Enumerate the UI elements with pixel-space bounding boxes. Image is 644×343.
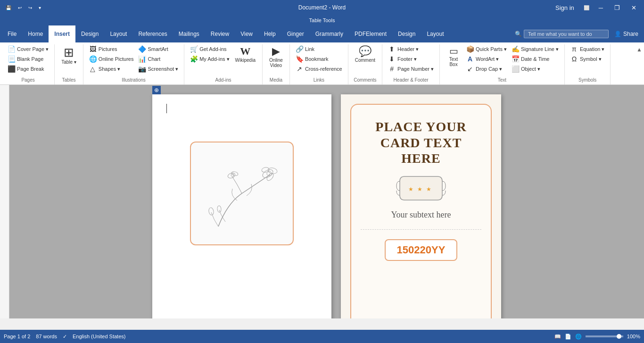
signature-line-button[interactable]: ✍ Signature Line ▾ <box>510 44 561 54</box>
tab-mailings[interactable]: Mailings <box>173 25 205 42</box>
page-2: PLACE YOUR CARD TEXT HERE ★ ★ <box>341 94 501 318</box>
move-handle[interactable]: ⊕ <box>152 86 161 94</box>
link-icon: 🔗 <box>296 45 303 53</box>
wikipedia-button[interactable]: W Wikipedia <box>232 44 258 65</box>
page-break-button[interactable]: ⬛ Page Break <box>6 64 50 74</box>
my-addins-icon: 🧩 <box>190 55 198 63</box>
text-box-button[interactable]: ▭ TextBox <box>444 44 463 69</box>
links-buttons: 🔗 Link 🔖 Bookmark ↗ Cross-reference <box>294 44 344 76</box>
online-pictures-button[interactable]: 🌐 Online Pictures <box>87 54 136 64</box>
undo-qat-button[interactable]: ↩ <box>16 4 24 11</box>
tab-references[interactable]: References <box>132 25 173 42</box>
card-2: PLACE YOUR CARD TEXT HERE ★ ★ <box>350 104 492 318</box>
text-col: 📦 Quick Parts ▾ A WordArt ▾ ↙ Drop Cap ▾ <box>464 44 509 74</box>
word-count: 87 words <box>36 334 57 339</box>
zoom-slider[interactable] <box>586 335 623 337</box>
svg-text:★: ★ <box>417 186 422 192</box>
comment-button[interactable]: 💬 Comment <box>352 44 378 65</box>
quick-parts-button[interactable]: 📦 Quick Parts ▾ <box>464 44 509 54</box>
tab-layout2[interactable]: Layout <box>421 25 449 42</box>
illustrations-col2: 🔷 SmartArt 📊 Chart 📷 Screenshot ▾ <box>136 44 180 74</box>
my-addins-button[interactable]: 🧩 My Add-ins ▾ <box>188 54 231 64</box>
footer-button[interactable]: ⬇ Footer ▾ <box>386 54 436 64</box>
tab-design2[interactable]: Design <box>392 25 421 42</box>
date-time-icon: 📅 <box>512 55 519 63</box>
page-number-button[interactable]: # Page Number ▾ <box>386 64 436 74</box>
scroll-svg: ★ ★ ★ <box>393 174 449 202</box>
tab-insert[interactable]: Insert <box>49 25 75 42</box>
ribbon-group-text: ▭ TextBox 📦 Quick Parts ▾ A WordArt ▾ ↙ … <box>440 44 565 84</box>
equation-button[interactable]: π Equation ▾ <box>569 44 606 54</box>
title-bar: 💾 ↩ ↪ ▾ Document2 - Word Sign in ⬜ ─ ❐ ✕ <box>0 0 644 15</box>
tab-design[interactable]: Design <box>75 25 104 42</box>
svg-point-8 <box>208 207 215 215</box>
tab-view[interactable]: View <box>235 25 258 42</box>
language: English (United States) <box>73 334 126 339</box>
tab-review[interactable]: Review <box>205 25 235 42</box>
table-button[interactable]: ⊞ Table ▾ <box>58 44 79 67</box>
blank-page-button[interactable]: 📃 Blank Page <box>6 54 50 64</box>
object-icon: ⬜ <box>512 65 519 73</box>
tab-layout[interactable]: Layout <box>104 25 132 42</box>
header-button[interactable]: ⬆ Header ▾ <box>386 44 436 54</box>
chart-button[interactable]: 📊 Chart <box>136 54 180 64</box>
ribbon-display-button[interactable]: ⬜ <box>582 4 591 11</box>
text-buttons: ▭ TextBox 📦 Quick Parts ▾ A WordArt ▾ ↙ … <box>444 44 561 76</box>
close-button[interactable]: ✕ <box>627 3 640 12</box>
share-button[interactable]: 👤 Share <box>611 31 642 37</box>
cross-reference-button[interactable]: ↗ Cross-reference <box>294 64 344 74</box>
pictures-button[interactable]: 🖼 Pictures <box>87 44 136 54</box>
text-box-icon: ▭ <box>449 46 458 56</box>
search-box[interactable]: Tell me what you want to do <box>524 30 609 38</box>
table-icon: ⊞ <box>64 46 74 59</box>
pages-buttons: 📄 Cover Page ▾ 📃 Blank Page ⬛ Page Break <box>6 44 50 76</box>
tab-grammarly[interactable]: Grammarly <box>310 25 349 42</box>
shapes-button[interactable]: △ Shapes ▾ <box>87 64 136 74</box>
online-video-button[interactable]: ▶ OnlineVideo <box>266 44 286 70</box>
save-qat-button[interactable]: 💾 <box>4 4 13 11</box>
link-button[interactable]: 🔗 Link <box>294 44 344 54</box>
proofing-icon[interactable]: ✓ <box>63 334 67 340</box>
read-mode-button[interactable]: 📖 <box>554 334 561 340</box>
print-layout-button[interactable]: 📄 <box>565 334 571 340</box>
ribbon-group-header-footer: ⬆ Header ▾ ⬇ Footer ▾ # Page Number ▾ He… <box>382 44 440 84</box>
document-area[interactable]: ⊕ <box>9 85 644 318</box>
bookmark-button[interactable]: 🔖 Bookmark <box>294 54 344 64</box>
cover-page-button[interactable]: 📄 Cover Page ▾ <box>6 44 50 54</box>
tab-ginger[interactable]: Ginger <box>281 25 310 42</box>
tab-home[interactable]: Home <box>22 25 49 42</box>
illustrations-buttons: 🖼 Pictures 🌐 Online Pictures △ Shapes ▾ … <box>87 44 180 76</box>
get-addins-button[interactable]: 🛒 Get Add-ins <box>188 44 231 54</box>
redo-qat-button[interactable]: ↪ <box>26 4 34 11</box>
card-subtext: Your subtext here <box>391 210 451 220</box>
menu-bar: File Home Insert Design Layout Reference… <box>0 25 644 42</box>
drop-cap-button[interactable]: ↙ Drop Cap ▾ <box>464 64 509 74</box>
minimize-button[interactable]: ─ <box>595 3 607 12</box>
restore-button[interactable]: ❐ <box>611 3 624 12</box>
header-footer-buttons: ⬆ Header ▾ ⬇ Footer ▾ # Page Number ▾ <box>386 44 436 76</box>
smartart-button[interactable]: 🔷 SmartArt <box>136 44 180 54</box>
table-tools-bar: Table Tools <box>0 15 644 25</box>
screenshot-icon: 📷 <box>138 65 146 73</box>
addins-col: 🛒 Get Add-ins 🧩 My Add-ins ▾ <box>188 44 231 64</box>
ribbon-group-comments: 💬 Comment Comments <box>348 44 382 84</box>
web-layout-button[interactable]: 🌐 <box>575 334 582 340</box>
ribbon-group-illustrations: 🖼 Pictures 🌐 Online Pictures △ Shapes ▾ … <box>83 44 184 84</box>
date-time-button[interactable]: 📅 Date & Time <box>510 54 561 64</box>
ribbon-collapse-button[interactable]: ▲ <box>636 46 642 53</box>
tab-file[interactable]: File <box>2 25 22 42</box>
pictures-icon: 🖼 <box>89 45 97 53</box>
tab-help[interactable]: Help <box>258 25 281 42</box>
symbols-col: π Equation ▾ Ω Symbol ▾ <box>569 44 606 64</box>
addins-group-label: Add-ins <box>215 76 231 83</box>
sign-in-button[interactable]: Sign in <box>552 3 578 12</box>
symbol-button[interactable]: Ω Symbol ▾ <box>569 54 606 64</box>
smartart-icon: 🔷 <box>138 45 146 53</box>
screenshot-button[interactable]: 📷 Screenshot ▾ <box>136 64 180 74</box>
customize-qat-button[interactable]: ▾ <box>37 4 43 11</box>
svg-text:★: ★ <box>408 186 413 192</box>
wordart-button[interactable]: A WordArt ▾ <box>464 54 509 64</box>
chart-icon: 📊 <box>138 55 146 63</box>
object-button[interactable]: ⬜ Object ▾ <box>510 64 561 74</box>
tab-pdfelement[interactable]: PDFElement <box>349 25 392 42</box>
